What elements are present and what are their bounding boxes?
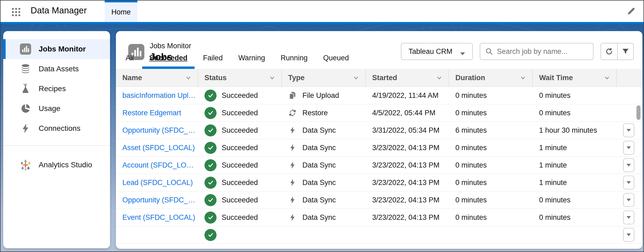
column-header-name[interactable]: Name [116,69,198,87]
column-header-status[interactable]: Status [198,69,282,87]
job-search [480,43,594,60]
started-text: 3/23/2022, 04:13 PM [366,139,449,156]
app-launcher-icon[interactable] [11,7,20,16]
column-header-duration[interactable]: Duration [449,69,533,87]
tab-succeeded[interactable]: Succeeded [142,54,195,69]
caret-down-icon [626,216,631,219]
column-header-type[interactable]: Type [282,69,366,87]
app-selector-dropdown[interactable]: Tableau CRM [401,43,473,60]
panel-eyebrow: Jobs Monitor [150,42,191,50]
table-row: Opportunity (SFDC_L… Succeeded Data Sync… [116,122,642,139]
status-text: Succeeded [222,126,258,135]
lightning-icon [288,178,297,187]
table-row [116,226,642,244]
sidebar-item-jobs-monitor[interactable]: Jobs Monitor [3,39,110,59]
type-text: Data Sync [302,213,336,222]
wait-time-text: 0 minutes [533,209,617,226]
status-text: Succeeded [222,91,258,100]
duration-text: 0 minutes [449,157,533,174]
sidebar-item-recipes[interactable]: Recipes [3,79,110,99]
lightning-icon [20,123,31,134]
tab-home[interactable]: Home [105,1,137,22]
app-selector-value: Tableau CRM [408,47,452,56]
column-header-actions [617,69,634,87]
job-name-link[interactable]: basicInformation Upl… [122,91,196,100]
tab-warning[interactable]: Warning [231,54,272,69]
job-name-link[interactable]: Opportunity (SFDC_L… [122,126,198,135]
duration-text: 0 minutes [449,87,533,104]
type-text: Data Sync [302,179,336,187]
table-row: Restore Edgemart Succeeded Restore 4/5/2… [116,104,642,122]
type-text: File Upload [302,91,339,100]
chevron-down-icon [603,74,610,81]
column-header-started[interactable]: Started [366,69,449,87]
started-text: 3/23/2022, 04:13 PM [366,209,449,226]
duration-text: 0 minutes [449,174,533,191]
sidebar-item-connections[interactable]: Connections [3,118,110,138]
status-text: Succeeded [222,144,258,152]
tableau-icon [20,159,31,171]
wait-time-text: 1 hour 30 minutes [533,122,617,139]
status-text: Succeeded [222,109,258,117]
filter-button[interactable] [617,43,633,60]
type-text: Data Sync [302,196,336,204]
copy-icon [288,91,297,100]
success-icon [204,107,217,119]
chevron-down-icon [436,74,443,81]
duration-text: 0 minutes [449,139,533,156]
tab-queued[interactable]: Queued [316,54,356,69]
lightning-icon [288,196,297,204]
search-input[interactable] [497,47,588,56]
tab-running[interactable]: Running [274,54,315,69]
row-actions-dropdown-button[interactable] [623,141,634,155]
row-actions-dropdown-button[interactable] [623,228,634,242]
sidebar-item-usage[interactable]: Usage [3,99,110,118]
status-filter-tabs: AllSucceededFailedWarningRunningQueued [119,54,357,69]
search-icon [485,47,493,55]
sidebar-item-data-assets[interactable]: Data Assets [3,59,110,79]
tab-home-label: Home [111,8,131,16]
started-text: 4/19/2022, 11:44 AM [366,87,449,104]
wait-time-text [533,226,617,243]
chevron-down-icon [519,74,526,81]
wait-time-text: 1 minute [533,157,617,174]
table-row: basicInformation Upl… Succeeded File Upl… [116,87,642,104]
database-icon [20,63,31,75]
row-actions-dropdown-button[interactable] [623,158,634,172]
brand-accent-bar [1,22,643,24]
row-actions-dropdown-button[interactable] [623,210,634,224]
row-actions-dropdown-button[interactable] [623,193,634,207]
job-name-link[interactable]: Event (SFDC_LOCAL) [122,213,195,222]
row-actions-dropdown-button[interactable] [623,176,634,190]
tab-failed[interactable]: Failed [196,54,230,69]
caret-down-icon [626,163,631,167]
column-header-wait-time[interactable]: Wait Time [533,69,617,87]
success-icon [204,212,217,224]
started-text: 3/23/2022, 04:13 PM [366,191,449,209]
started-text: 4/5/2022, 05:44 PM [366,104,449,121]
refresh-button[interactable] [601,43,617,60]
table-scrollbar-thumb[interactable] [636,105,641,120]
success-icon [204,194,217,206]
pencil-icon[interactable] [626,6,636,16]
caret-down-icon [626,198,631,202]
global-header: Data Manager Home [1,1,643,22]
lightning-icon [288,213,297,222]
row-actions-dropdown-button[interactable] [623,123,634,137]
chevron-down-icon [185,74,192,81]
job-name-link[interactable]: Account (SFDC_LOC… [122,161,198,169]
caret-down-icon [626,146,631,150]
job-name-link[interactable]: Asset (SFDC_LOCAL) [122,144,195,152]
job-name-link[interactable]: Restore Edgemart [122,109,181,117]
job-name-link[interactable]: Opportunity (SFDC_L… [122,196,198,204]
sidebar-item-analytics-studio[interactable]: Analytics Studio [3,155,110,175]
job-name-link[interactable]: Lead (SFDC_LOCAL) [122,179,193,187]
panel-header: Jobs Monitor Jobs Tableau CRM [116,31,642,69]
lightning-icon [288,161,297,169]
tab-all[interactable]: All [119,54,141,69]
caret-down-icon [626,181,631,184]
flask-icon [20,83,31,94]
duration-text: 6 minutes [449,122,533,139]
chevron-down-icon [269,74,276,81]
wait-time-text: 1 minute [533,174,617,191]
